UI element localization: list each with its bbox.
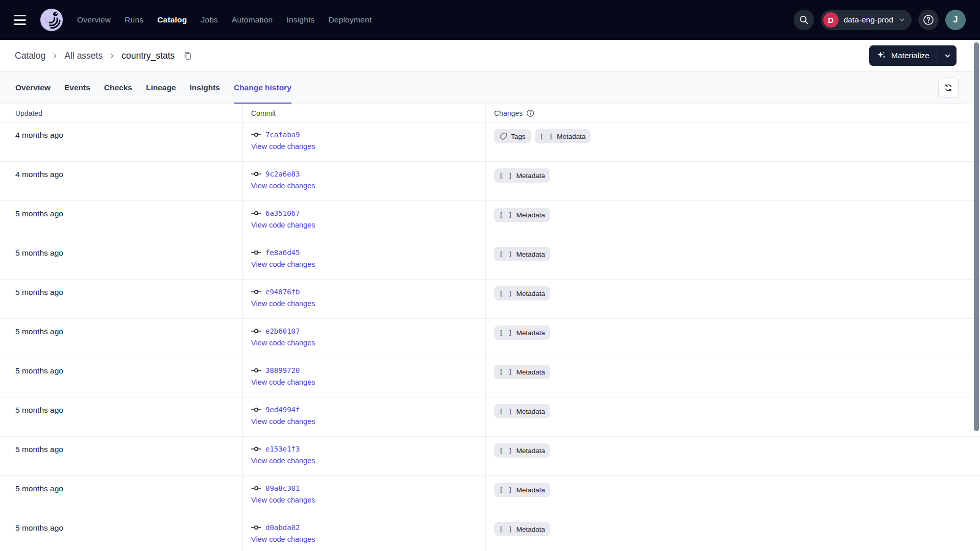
copy-icon: [183, 51, 192, 61]
brackets-icon: [ ]: [499, 525, 512, 533]
nav-item-catalog[interactable]: Catalog: [157, 15, 187, 24]
table-row: 4 months ago 7cafaba9 View code changes …: [0, 122, 980, 162]
materialize-dropdown-button[interactable]: [938, 45, 957, 66]
commit-link[interactable]: d0abda02: [265, 523, 300, 532]
commit-link[interactable]: e153e1f3: [265, 445, 300, 453]
breadcrumb: Catalog All assets country_stats: [15, 50, 193, 62]
chevron-down-icon: [898, 16, 905, 23]
breadcrumb-all-assets[interactable]: All assets: [64, 51, 103, 61]
git-commit-icon: [251, 210, 261, 216]
view-code-changes-link[interactable]: View code changes: [251, 378, 315, 386]
tab-events[interactable]: Events: [64, 72, 90, 104]
help-button[interactable]: [918, 10, 939, 30]
scrollbar-thumb[interactable]: [974, 42, 979, 431]
table-row: 5 months ago 9ed4994f View code changes …: [0, 397, 980, 437]
changes-cell: [ ] Metadata: [486, 162, 980, 201]
tab-change-history[interactable]: Change history: [234, 72, 291, 104]
commit-link[interactable]: 6a351067: [265, 209, 300, 217]
table-row: 5 months ago d0abda02 View code changes …: [0, 515, 980, 551]
nav-item-insights[interactable]: Insights: [286, 15, 314, 24]
tags-badge: Tags: [494, 129, 531, 143]
commit-link[interactable]: 9ed4994f: [265, 406, 300, 414]
deployment-switcher[interactable]: D data-eng-prod: [821, 10, 912, 30]
brackets-icon: [ ]: [499, 329, 512, 337]
table-row: 5 months ago fe8a6d45 View code changes …: [0, 240, 980, 280]
git-commit-icon: [251, 249, 261, 256]
commit-link[interactable]: e94876fb: [265, 288, 300, 296]
nav-item-jobs[interactable]: Jobs: [201, 15, 218, 24]
commit-cell: 6a351067 View code changes: [243, 201, 486, 240]
breadcrumb-catalog[interactable]: Catalog: [15, 51, 45, 61]
view-code-changes-link[interactable]: View code changes: [251, 221, 315, 229]
updated-cell: 5 months ago: [0, 397, 243, 436]
git-commit-icon: [251, 132, 261, 138]
view-code-changes-link[interactable]: View code changes: [251, 457, 315, 465]
commit-link[interactable]: 38899720: [265, 366, 300, 374]
updated-cell: 5 months ago: [0, 201, 243, 240]
updated-cell: 5 months ago: [0, 476, 243, 515]
commit-link[interactable]: 9c2a6e83: [265, 170, 300, 178]
refresh-button[interactable]: [938, 78, 959, 98]
tab-checks[interactable]: Checks: [104, 72, 132, 104]
materialize-button[interactable]: Materialize: [869, 45, 938, 66]
git-commit-icon: [251, 367, 261, 373]
nav-item-runs[interactable]: Runs: [125, 15, 143, 24]
commit-cell: fe8a6d45 View code changes: [243, 240, 486, 279]
table-row: 5 months ago e94876fb View code changes …: [0, 280, 980, 319]
materialize-label: Materialize: [891, 51, 929, 60]
change-history-table: Updated Commit Changes 4 months ago 7caf…: [0, 104, 980, 551]
nav-item-deployment[interactable]: Deployment: [328, 15, 372, 24]
changes-cell: [ ] Metadata: [486, 515, 980, 551]
copy-asset-name-button[interactable]: [182, 50, 193, 62]
brackets-icon: [ ]: [499, 486, 512, 494]
nav-item-overview[interactable]: Overview: [77, 15, 111, 24]
materialize-split-button: Materialize: [869, 45, 957, 66]
view-code-changes-link[interactable]: View code changes: [251, 417, 315, 425]
git-commit-icon: [251, 171, 261, 177]
view-code-changes-link[interactable]: View code changes: [251, 260, 315, 268]
sparkles-icon: [876, 51, 887, 61]
commit-cell: e153e1f3 View code changes: [243, 437, 486, 475]
tab-insights[interactable]: Insights: [190, 72, 220, 104]
changes-cell: [ ] Metadata: [486, 319, 980, 358]
caret-down-icon: [944, 53, 951, 59]
tab-overview[interactable]: Overview: [15, 72, 51, 104]
asset-tabs-bar: Overview Events Checks Lineage Insights …: [0, 72, 980, 104]
nav-item-automation[interactable]: Automation: [232, 15, 273, 24]
menu-icon[interactable]: [14, 15, 26, 25]
brackets-icon: [ ]: [499, 211, 512, 219]
question-mark-icon: [922, 14, 935, 26]
view-code-changes-link[interactable]: View code changes: [251, 142, 315, 151]
commit-link[interactable]: e2b60107: [265, 327, 300, 335]
view-code-changes-link[interactable]: View code changes: [251, 182, 315, 190]
commit-cell: d0abda02 View code changes: [243, 515, 486, 551]
git-commit-icon: [251, 446, 261, 452]
changes-cell: Tags [ ] Metadata: [486, 122, 980, 161]
view-code-changes-link[interactable]: View code changes: [251, 496, 315, 504]
search-button[interactable]: [794, 10, 814, 30]
view-code-changes-link[interactable]: View code changes: [251, 299, 315, 308]
commit-link[interactable]: 7cafaba9: [265, 131, 300, 139]
git-commit-icon: [251, 485, 261, 491]
commit-cell: 9c2a6e83 View code changes: [243, 162, 486, 201]
view-code-changes-link[interactable]: View code changes: [251, 535, 315, 543]
info-icon[interactable]: [526, 109, 534, 117]
chevron-right-icon: [52, 53, 58, 59]
dagster-logo-icon[interactable]: [39, 7, 64, 33]
scrollbar-track: [973, 40, 980, 551]
brackets-icon: [ ]: [499, 251, 512, 258]
brackets-icon: [ ]: [499, 290, 512, 297]
commit-cell: e2b60107 View code changes: [243, 319, 486, 358]
chevron-right-icon: [109, 53, 115, 59]
updated-cell: 5 months ago: [0, 240, 243, 279]
metadata-badge: [ ] Metadata: [494, 208, 550, 222]
commit-link[interactable]: fe8a6d45: [265, 248, 300, 257]
user-avatar[interactable]: J: [945, 10, 966, 30]
tab-lineage[interactable]: Lineage: [146, 72, 176, 104]
deployment-initial-badge: D: [823, 12, 839, 28]
column-header-changes: Changes: [486, 104, 980, 122]
view-code-changes-link[interactable]: View code changes: [251, 339, 315, 347]
commit-link[interactable]: 09a8c301: [265, 484, 300, 492]
updated-cell: 4 months ago: [0, 162, 243, 201]
changes-cell: [ ] Metadata: [486, 358, 980, 397]
